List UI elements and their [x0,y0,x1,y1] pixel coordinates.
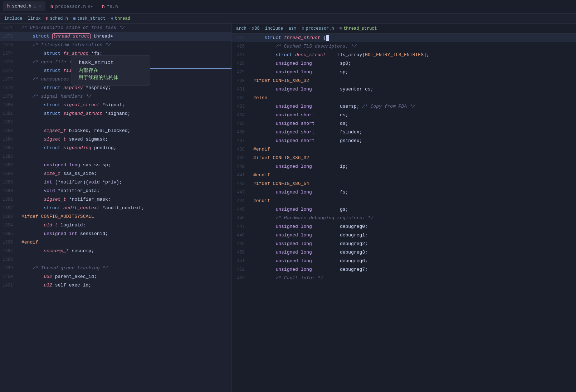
code-line-1394: 1394 uid_t loginuid; [0,221,231,230]
code-line-1389: 1389 int (*notifier)(void *priv); [0,178,231,187]
tab-sched[interactable]: h sched.h 1 ✕ [3,1,45,12]
right-code-line-433: 433 unsigned long usersp; /* Copy from P… [232,102,576,111]
tab-badge-processor: 9+ [88,5,93,9]
right-line-num-437: 437 [232,138,250,143]
line-num-1391: 1391 [0,197,19,202]
breadcrumb-include[interactable]: include [4,16,22,21]
code-line-1392: 1392 struct audit_context *audit_context… [0,204,231,212]
right-line-content-434: unsigned short es; [250,111,576,119]
breadcrumb-icon-h: h [46,16,49,21]
line-content-1391: sigset_t *notifier_mask; [19,195,231,204]
line-content-1392: struct audit_context *audit_context; [19,204,231,212]
tab-processor[interactable]: h processor.h 9+ [46,2,97,11]
right-pane: arch › x86 › include › asm › h processor… [232,24,576,392]
line-num-1372: 1372 [0,34,19,39]
line-num-1383: 1383 [0,128,19,133]
line-content-1383: sigset_t blocked, real_blocked; [19,127,231,135]
right-code-line-427: 427 struct desc_struct tls_array[GDT_ENT… [232,51,576,59]
rb-processor[interactable]: processor.h [306,26,334,31]
line-content-1381: struct sighand_struct *sighand; [19,109,231,118]
tooltip-popup: task_struct 内部存在 用于线程的结构体 [72,55,150,85]
rb-sep5: › [336,26,338,31]
right-line-num-432: 432 [232,95,250,101]
line-num-1379: 1379 [0,94,19,99]
code-line-1381: 1381 struct sighand_struct *sighand; [0,109,231,118]
right-line-num-452: 452 [232,267,250,272]
line-num-1389: 1389 [0,180,19,185]
line-num-1374: 1374 [0,51,19,56]
right-line-num-430: 430 [232,78,250,83]
right-line-content-452: unsigned long debugreg7; [250,265,576,274]
rb-thread-struct[interactable]: thread_struct [343,26,377,31]
rb-arch[interactable]: arch [236,26,246,31]
line-num-1392: 1392 [0,206,19,211]
line-content-1399: /* Thread group tracking */ [19,264,231,273]
line-content-1387: unsigned long sas_ss_sp; [19,161,231,170]
rb-asm[interactable]: asm [288,26,296,31]
right-code-line-440: 440 unsigned long ip; [232,162,576,171]
line-num-1382: 1382 [0,120,19,125]
tab-label-sched: sched.h [12,4,31,9]
breadcrumb-thread[interactable]: thread [115,16,130,21]
tab-fs[interactable]: h fs.h [98,2,122,11]
right-line-content-441: #endif [250,171,576,180]
code-line-1371: 1371 /* CPU-specific state of this task … [0,24,231,32]
code-line-1380: 1380 struct signal_struct *signal; [0,101,231,109]
line-num-1371: 1371 [0,25,19,30]
breadcrumb-task-struct[interactable]: task_struct [77,16,106,21]
right-line-num-426: 426 [232,44,250,49]
left-breadcrumb: include › linux › h sched.h › ⊞ task_str… [0,14,576,24]
right-line-num-447: 447 [232,224,250,229]
right-line-content-451: unsigned long debugreg6; [250,257,576,265]
line-num-1376: 1376 [0,68,19,73]
line-num-1384: 1384 [0,137,19,142]
tab-icon-fs: h [102,4,104,9]
left-pane: 1371 /* CPU-specific state of this task … [0,24,232,392]
line-content-1384: sigset_t saved_sigmask; [19,135,231,144]
breadcrumb-sep2: › [42,16,45,21]
right-code-line-437: 437 unsigned short gsindex; [232,137,576,145]
right-code-editor[interactable]: 425 struct thread_struct { 426 /* Cached… [232,34,576,392]
rb-sep4: › [298,26,300,31]
right-breadcrumb: arch › x86 › include › asm › h processor… [232,24,576,34]
right-code-line-428: 428 unsigned long sp0; [232,59,576,68]
line-num-1388: 1388 [0,171,19,176]
right-code-line-442: 442 #ifdef CONFIG_X86_64 [232,180,576,188]
line-content-1388: size_t sas_ss_size; [19,170,231,178]
right-line-content-436: unsigned short fsindex; [250,128,576,137]
right-line-content-433: unsigned long usersp; /* Copy from PDA *… [250,102,576,111]
right-line-num-425: 425 [232,35,250,40]
right-line-content-427: struct desc_struct tls_array[GDT_ENTRY_T… [250,51,576,59]
right-code-line-444: 444 #endif [232,197,576,205]
right-line-num-434: 434 [232,113,250,118]
line-num-1395: 1395 [0,231,19,236]
breadcrumb-linux[interactable]: linux [28,16,41,21]
right-line-content-443: unsigned long fs; [250,188,576,197]
line-content-1390: void *notifier_data; [19,187,231,195]
right-line-content-432: #else [250,94,576,102]
rb-icon-h: h [302,26,304,31]
line-num-1380: 1380 [0,103,19,108]
line-content-1385: struct sigpending pending; [19,144,231,152]
breadcrumb-sched[interactable]: sched.h [50,16,68,21]
line-content-1395: unsigned int sessionid; [19,230,231,238]
right-code-line-429: 429 unsigned long sp; [232,68,576,77]
tab-icon-sched: h [7,4,10,9]
line-content-1401: u32 self_exec_id; [19,281,231,290]
line-content-1379: /* signal handlers */ [19,92,231,101]
rb-x86[interactable]: x86 [252,26,260,31]
right-code-line-435: 435 unsigned short ds; [232,119,576,128]
right-line-num-435: 435 [232,121,250,126]
right-line-num-453: 453 [232,276,250,281]
line-content-1394: uid_t loginuid; [19,221,231,230]
line-content-1393: #ifdef CONFIG_AUDITSYSCALL [19,212,231,221]
line-content-1396: #endif [19,238,231,247]
right-line-content-440: unsigned long ip; [250,162,576,171]
right-line-content-438: #endif [250,145,576,154]
code-line-1398: 1398 [0,255,231,264]
rb-include[interactable]: include [265,26,283,31]
line-content-1389: int (*notifier)(void *priv); [19,178,231,187]
close-icon-sched[interactable]: ✕ [39,4,41,9]
right-code-line-426: 426 /* Cached TLS descriptors: */ [232,42,576,51]
code-line-1386: 1386 [0,152,231,161]
